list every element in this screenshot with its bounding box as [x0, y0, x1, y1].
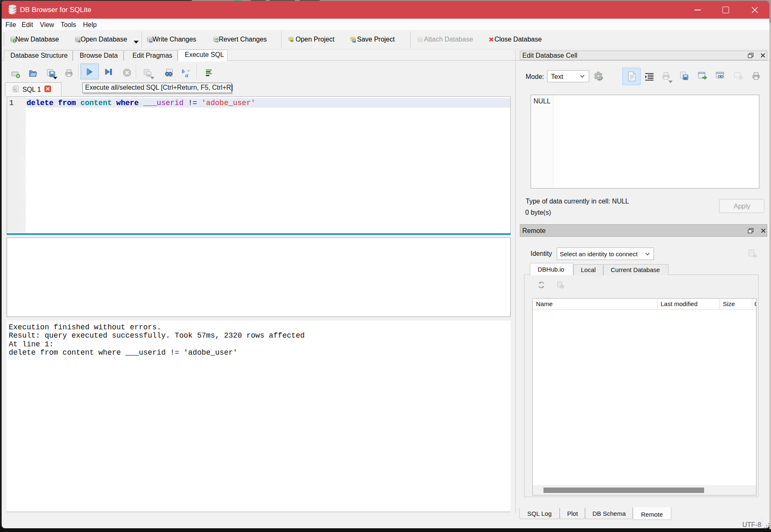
svg-text:b: b [182, 68, 185, 74]
svg-text:a: a [185, 72, 188, 78]
